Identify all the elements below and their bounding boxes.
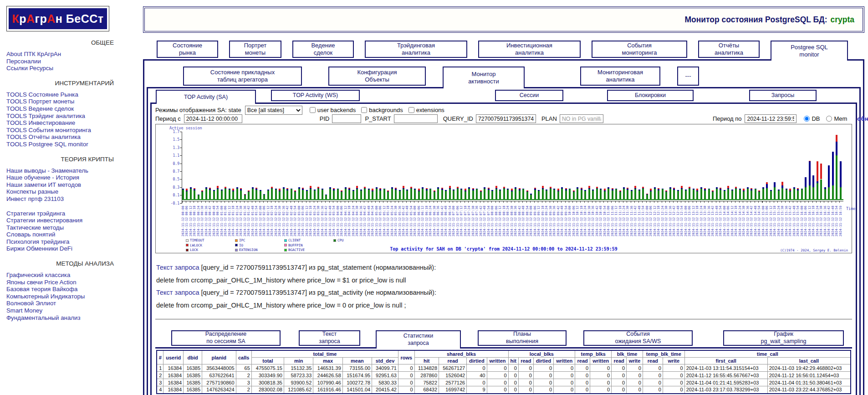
chart-bar-segment — [298, 189, 300, 199]
tab-activity-monitor[interactable]: Мониторактивности — [443, 67, 525, 88]
sidebar-link[interactable]: TOOLS События мониторинга — [6, 127, 118, 134]
sidebar-link[interactable]: Ссылки Ресурсы — [6, 65, 118, 72]
period-from-input[interactable] — [184, 114, 242, 123]
tab-investment-analytics[interactable]: Инвестиционнаяаналитика — [478, 41, 581, 58]
table-cell: 68432 — [414, 386, 439, 394]
sidebar-link[interactable]: Наши заметки ИТ методов — [6, 181, 118, 189]
chart-bar-segment — [812, 175, 814, 187]
chart-bar-segment — [201, 192, 203, 199]
tab-aggregator-tables-state[interactable]: Состояние прикладныхтаблиц агрегатора — [183, 67, 302, 86]
tab-monitoring-events[interactable]: Событиямониторинга — [592, 41, 687, 58]
sidebar-link[interactable]: Психология трейдинга — [6, 238, 118, 246]
chart-bar-segment — [437, 189, 439, 199]
tab-locks[interactable]: Блокировки — [607, 90, 694, 101]
backgrounds-checkbox[interactable] — [361, 107, 367, 113]
chart-bar-segment — [735, 187, 737, 188]
table-cell: 0 — [590, 386, 612, 394]
tab-reports-analytics[interactable]: Отчётыаналитика — [698, 41, 760, 58]
chart-bar-segment — [612, 189, 613, 190]
refresh-button[interactable]: обновить — [857, 115, 868, 122]
tab-label: сделок — [293, 49, 353, 56]
plan-input[interactable] — [560, 114, 603, 123]
tab-sessions[interactable]: Сессии — [495, 90, 563, 101]
sidebar-link[interactable]: TOOLS Трэйдинг аналитика — [6, 113, 118, 120]
chart-bar-segment — [511, 191, 513, 199]
tab-execution-plans[interactable]: Планывыполнения — [478, 330, 567, 346]
chart-bar-segment — [465, 189, 466, 190]
sidebar-link[interactable]: Компьютерный Индикаторы — [6, 293, 118, 300]
user-backends-checkbox-label[interactable]: user backends — [310, 107, 356, 113]
x-tick-label: 2024-11-12 02:18 — [271, 205, 274, 236]
extensions-checkbox-label[interactable]: extensions — [408, 107, 444, 113]
sidebar-link[interactable]: Графический классика — [6, 272, 118, 279]
sidebar-link[interactable]: Персоналии — [6, 58, 118, 65]
sidebar-link[interactable]: Базовая теория Вайкофа — [6, 286, 118, 293]
chart-bar-segment — [383, 189, 385, 199]
tab-market-state[interactable]: Состояниерынка — [157, 41, 218, 58]
table-cell: 303349.90 — [251, 372, 284, 379]
table-cell: 0 — [575, 386, 590, 394]
sidebar-link[interactable]: Стратегии инвестирования — [6, 217, 118, 224]
sidebar-link[interactable]: Японы свечи Price Action — [6, 279, 118, 286]
sidebar-link[interactable]: TOOLS Postgree SQL monitor — [6, 141, 118, 148]
mem-radio[interactable] — [826, 116, 832, 122]
chart-bar-segment — [329, 189, 331, 199]
sidebar-link[interactable]: Словарь понятий — [6, 231, 118, 238]
x-tick-label: 2024-11-12 00:06 — [185, 205, 189, 236]
db-radio[interactable] — [804, 116, 810, 122]
stats-sub-header: written — [554, 358, 575, 364]
sidebar-link[interactable]: Наше обучение - История — [6, 174, 118, 181]
chart-bar-segment — [565, 189, 567, 190]
user-backends-checkbox[interactable] — [310, 107, 316, 113]
chart-bar-segment — [255, 188, 257, 189]
chart-bar-segment — [546, 190, 547, 199]
sidebar-link[interactable]: TOOLS Состояние Рынка — [6, 91, 118, 98]
pid-input[interactable] — [332, 114, 361, 123]
tab-pg-wait-sampling-chart[interactable]: Графикpg_wait_sampling — [723, 330, 844, 346]
tab-config-objects[interactable]: КонфигурацияОбъекты — [328, 67, 426, 86]
sidebar-link[interactable]: Наши выводы - Знаменатель — [6, 167, 118, 174]
tab-top-activity-sa[interactable]: TOP Activity (SA) — [156, 90, 256, 104]
query-id-input[interactable] — [476, 114, 536, 123]
mem-radio-label[interactable]: Mem — [826, 115, 847, 122]
sidebar-link[interactable]: Smart Money — [6, 307, 118, 314]
sidebar-link[interactable]: Инвест пртф 231103 — [6, 195, 118, 203]
tab-query-text[interactable]: Текстзапроса — [299, 330, 360, 346]
sidebar-link[interactable]: Стратегии трэйдинга — [6, 210, 118, 217]
sa-state-select[interactable]: Все [all states] — [245, 106, 302, 115]
backgrounds-checkbox-label[interactable]: backgrounds — [361, 107, 403, 113]
table-cell: 0 — [554, 364, 575, 372]
plan-label: PLAN — [541, 115, 557, 122]
sidebar-link[interactable]: Фундаментальный анализ — [6, 314, 118, 322]
sidebar-link[interactable]: TOOLS Портрет монеты — [6, 98, 118, 105]
period-to-input[interactable] — [745, 114, 797, 123]
tab-deals[interactable]: Ведениесделок — [292, 41, 354, 58]
chart-bar-segment — [360, 190, 362, 190]
sidebar-link[interactable]: TOOLS Ведение сделок — [6, 105, 118, 113]
tab-wait-events[interactable]: Событияожидания SA/WS — [583, 330, 693, 346]
sidebar-link[interactable]: Биржи Обменники DeFi — [6, 245, 118, 252]
tab-queries[interactable]: Запросы — [749, 90, 817, 101]
db-radio-label[interactable]: DB — [804, 115, 820, 122]
p-start-input[interactable] — [394, 114, 438, 123]
extensions-checkbox[interactable] — [408, 107, 414, 113]
sidebar-link[interactable]: Волновой Эллиот — [6, 300, 118, 307]
sidebar-link[interactable]: Конспекты разные — [6, 188, 118, 195]
chart-bar-segment — [244, 195, 246, 199]
tab-monitoring-analytics[interactable]: Мониторинговаяаналитика — [580, 67, 660, 86]
tab-query-stats[interactable]: Статистикизапроса — [376, 330, 461, 349]
tab-top-activity-ws[interactable]: TOP Activity (WS) — [271, 90, 360, 101]
tab-trading-analytics[interactable]: Трэйдинговаяаналитика — [365, 41, 467, 58]
sidebar-link[interactable]: TOOLS Инвестирование — [6, 119, 118, 127]
tab-coin-portrait[interactable]: Портретмонеты — [229, 41, 281, 58]
sidebar-link[interactable]: TOOLS Отчёты аналитика — [6, 133, 118, 141]
tab-label: Конфигурация — [333, 69, 421, 76]
sidebar-link[interactable]: About ПТК КрАгрАн — [6, 51, 118, 58]
tab-postgres-monitor[interactable]: Postgree SQLmonitor — [771, 41, 848, 61]
sidebar-link[interactable]: Тактические методы — [6, 224, 118, 231]
chart-bar-segment — [376, 189, 378, 199]
chart-bar-segment — [557, 191, 559, 199]
table-cell: 100272.78 — [342, 379, 372, 386]
tab-sa-sessions-distribution[interactable]: Распределениепо сессиям SA — [171, 330, 281, 346]
tab-dashes[interactable]: --- — [677, 67, 699, 86]
